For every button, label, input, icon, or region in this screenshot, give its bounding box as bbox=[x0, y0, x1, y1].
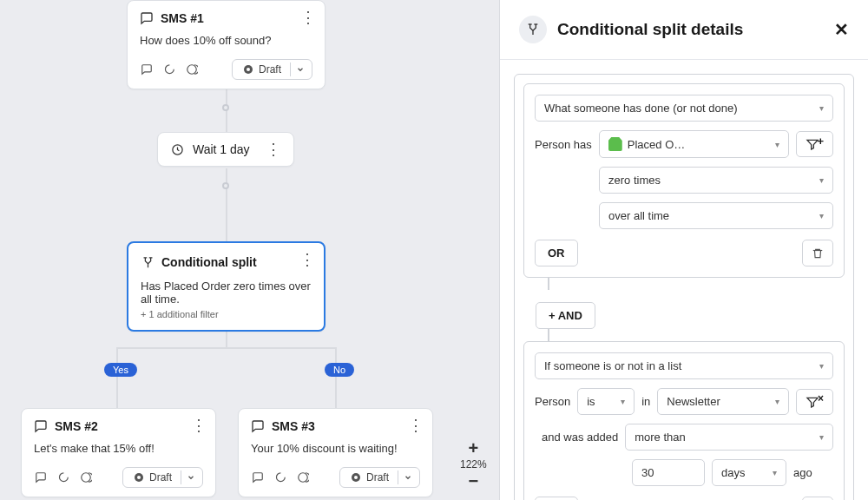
split-icon bbox=[141, 255, 155, 269]
chevron-down-icon: ▾ bbox=[775, 397, 779, 406]
more-icon[interactable]: ⋮ bbox=[191, 418, 207, 433]
node-body: How does 10% off sound? bbox=[140, 34, 312, 47]
node-title: SMS #3 bbox=[272, 419, 420, 433]
more-icon[interactable]: ⋮ bbox=[299, 252, 315, 267]
shopify-icon bbox=[608, 137, 622, 151]
details-panel: Conditional split details ✕ What someone… bbox=[499, 0, 868, 500]
list-select[interactable]: Newsletter ▾ bbox=[657, 388, 789, 415]
filter-block: What someone has done (or not done) ▾ Pe… bbox=[514, 74, 854, 500]
status-label: Draft bbox=[366, 471, 389, 484]
remove-filter-button[interactable]: × bbox=[796, 389, 833, 415]
more-icon[interactable]: ⋮ bbox=[408, 418, 424, 433]
duration-input[interactable]: 30 bbox=[632, 459, 705, 486]
wait-label: Wait 1 day bbox=[193, 142, 250, 156]
more-icon[interactable]: ⋮ bbox=[300, 10, 316, 25]
delete-condition-button[interactable] bbox=[802, 497, 833, 500]
chevron-down-icon bbox=[290, 62, 310, 76]
attachment-icon bbox=[56, 470, 70, 484]
chevron-down-icon: ▾ bbox=[621, 397, 625, 406]
chevron-down-icon bbox=[181, 470, 201, 484]
status-label: Draft bbox=[149, 471, 172, 484]
node-title: SMS #2 bbox=[55, 419, 203, 433]
more-icon[interactable]: ⋮ bbox=[266, 141, 281, 157]
sms-icon bbox=[140, 11, 154, 25]
draft-status-icon bbox=[243, 64, 253, 75]
chevron-down-icon: ▾ bbox=[819, 103, 824, 113]
svg-point-2 bbox=[247, 68, 250, 71]
condition-type-select[interactable]: If someone is or not in a list ▾ bbox=[535, 352, 833, 379]
node-body: Let's make that 15% off! bbox=[34, 442, 203, 455]
added-label: and was added bbox=[542, 431, 618, 444]
schedule-icon bbox=[296, 470, 310, 484]
condition-type-select[interactable]: What someone has done (or not done) ▾ bbox=[535, 95, 833, 122]
sms-channel-icon bbox=[34, 470, 48, 484]
delete-condition-button[interactable] bbox=[802, 240, 833, 266]
draft-status-icon bbox=[351, 472, 361, 483]
ago-label: ago bbox=[793, 466, 812, 479]
sms-icon bbox=[251, 419, 265, 433]
flow-node-sms-3[interactable]: SMS #3 ⋮ Your 10% discount is waiting! D… bbox=[238, 408, 433, 497]
status-dropdown[interactable]: Draft bbox=[339, 467, 420, 488]
node-desc: Has Placed Order zero times over all tim… bbox=[141, 280, 312, 306]
status-label: Draft bbox=[259, 63, 281, 76]
panel-title: Conditional split details bbox=[557, 20, 824, 39]
timeframe-select[interactable]: over all time ▾ bbox=[599, 202, 833, 229]
node-title: SMS #1 bbox=[161, 11, 312, 25]
condition-group-2: If someone is or not in a list ▾ Person … bbox=[523, 341, 845, 500]
flow-canvas[interactable]: SMS #1 ⋮ How does 10% off sound? Draft W… bbox=[0, 0, 499, 500]
close-icon[interactable]: ✕ bbox=[834, 19, 849, 40]
svg-point-4 bbox=[82, 473, 91, 483]
svg-point-6 bbox=[137, 476, 141, 479]
flow-node-conditional-split[interactable]: ⋮ Conditional split Has Placed Order zer… bbox=[127, 241, 326, 332]
chevron-down-icon: ▾ bbox=[773, 468, 777, 477]
branch-label-no: No bbox=[325, 363, 354, 377]
branch-label-yes: Yes bbox=[104, 363, 137, 377]
attachment-icon bbox=[162, 62, 176, 76]
flow-node-sms-2[interactable]: SMS #2 ⋮ Let's make that 15% off! Draft bbox=[21, 408, 216, 497]
chevron-down-icon: ▾ bbox=[819, 361, 824, 371]
flow-node-wait[interactable]: Wait 1 day ⋮ bbox=[157, 132, 294, 167]
chevron-down-icon: ▾ bbox=[775, 140, 779, 149]
svg-point-7 bbox=[299, 473, 308, 483]
in-label: in bbox=[641, 395, 650, 408]
verb-select[interactable]: is ▾ bbox=[577, 388, 635, 415]
sms-channel-icon bbox=[140, 62, 154, 76]
unit-select[interactable]: days ▾ bbox=[712, 459, 786, 486]
or-button[interactable]: OR bbox=[535, 240, 578, 266]
comparator-select[interactable]: more than ▾ bbox=[625, 424, 833, 451]
attachment-icon bbox=[273, 470, 287, 484]
add-filter-button[interactable]: + bbox=[796, 131, 833, 157]
frequency-select[interactable]: zero times ▾ bbox=[599, 167, 833, 194]
schedule-icon bbox=[185, 62, 199, 76]
zoom-controls: + 122% − bbox=[460, 438, 487, 491]
and-chip[interactable]: + AND bbox=[536, 302, 595, 329]
node-title: Conditional split bbox=[161, 255, 257, 269]
draft-status-icon bbox=[134, 472, 144, 483]
chevron-down-icon: ▾ bbox=[819, 175, 824, 185]
chevron-down-icon: ▾ bbox=[819, 211, 824, 220]
clock-icon bbox=[170, 142, 184, 156]
person-label: Person bbox=[535, 395, 570, 408]
sms-icon bbox=[34, 419, 48, 433]
node-body: Your 10% discount is waiting! bbox=[251, 442, 420, 455]
chevron-down-icon bbox=[398, 470, 418, 484]
status-dropdown[interactable]: Draft bbox=[232, 59, 312, 80]
sms-channel-icon bbox=[251, 470, 265, 484]
split-icon bbox=[519, 16, 547, 43]
svg-point-0 bbox=[187, 65, 197, 75]
zoom-in-button[interactable]: + bbox=[463, 438, 483, 458]
status-dropdown[interactable]: Draft bbox=[122, 467, 203, 488]
condition-group-1: What someone has done (or not done) ▾ Pe… bbox=[523, 83, 845, 278]
event-select[interactable]: Placed O… ▾ bbox=[599, 130, 790, 158]
chevron-down-icon: ▾ bbox=[819, 432, 824, 442]
node-extra: + 1 additional filter bbox=[141, 309, 312, 319]
schedule-icon bbox=[79, 470, 93, 484]
zoom-level: 122% bbox=[460, 458, 487, 470]
flow-node-sms-1[interactable]: SMS #1 ⋮ How does 10% off sound? Draft bbox=[127, 0, 326, 89]
svg-point-9 bbox=[354, 476, 358, 479]
person-has-label: Person has bbox=[535, 138, 592, 151]
or-button[interactable]: OR bbox=[535, 497, 578, 500]
zoom-out-button[interactable]: − bbox=[463, 470, 483, 491]
